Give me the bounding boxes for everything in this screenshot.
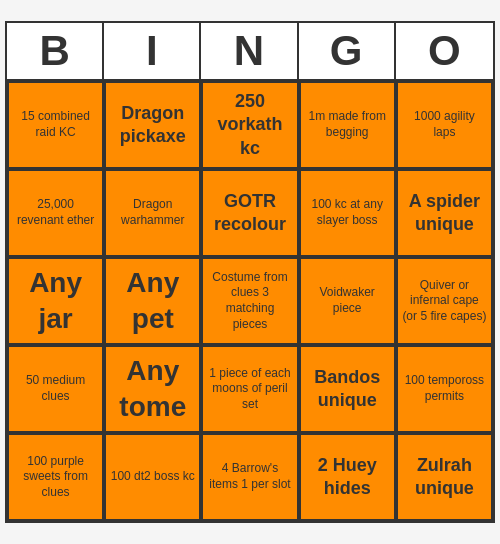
bingo-cell-16: Any tome (104, 345, 201, 433)
bingo-letter-g: G (299, 23, 396, 79)
bingo-letter-o: O (396, 23, 493, 79)
bingo-cell-18: Bandos unique (299, 345, 396, 433)
bingo-cell-15: 50 medium clues (7, 345, 104, 433)
bingo-letter-n: N (201, 23, 298, 79)
bingo-cell-11: Any pet (104, 257, 201, 345)
bingo-cell-9: A spider unique (396, 169, 493, 257)
bingo-header: BINGO (7, 23, 493, 81)
bingo-cell-8: 100 kc at any slayer boss (299, 169, 396, 257)
bingo-cell-2: 250 vorkath kc (201, 81, 298, 169)
bingo-cell-12: Costume from clues 3 matching pieces (201, 257, 298, 345)
bingo-cell-22: 4 Barrow's items 1 per slot (201, 433, 298, 521)
bingo-cell-0: 15 combined raid KC (7, 81, 104, 169)
bingo-cell-21: 100 dt2 boss kc (104, 433, 201, 521)
bingo-cell-1: Dragon pickaxe (104, 81, 201, 169)
bingo-cell-20: 100 purple sweets from clues (7, 433, 104, 521)
bingo-cell-3: 1m made from begging (299, 81, 396, 169)
bingo-cell-19: 100 tempoross permits (396, 345, 493, 433)
bingo-cell-5: 25,000 revenant ether (7, 169, 104, 257)
bingo-cell-10: Any jar (7, 257, 104, 345)
bingo-cell-17: 1 piece of each moons of peril set (201, 345, 298, 433)
bingo-cell-24: Zulrah unique (396, 433, 493, 521)
bingo-cell-13: Voidwaker piece (299, 257, 396, 345)
bingo-card: BINGO 15 combined raid KCDragon pickaxe2… (5, 21, 495, 523)
bingo-cell-14: Quiver or infernal cape (or 5 fire capes… (396, 257, 493, 345)
bingo-letter-i: I (104, 23, 201, 79)
bingo-cell-23: 2 Huey hides (299, 433, 396, 521)
bingo-cell-6: Dragon warhammer (104, 169, 201, 257)
bingo-letter-b: B (7, 23, 104, 79)
bingo-cell-7: GOTR recolour (201, 169, 298, 257)
bingo-cell-4: 1000 agility laps (396, 81, 493, 169)
bingo-grid: 15 combined raid KCDragon pickaxe250 vor… (7, 81, 493, 521)
